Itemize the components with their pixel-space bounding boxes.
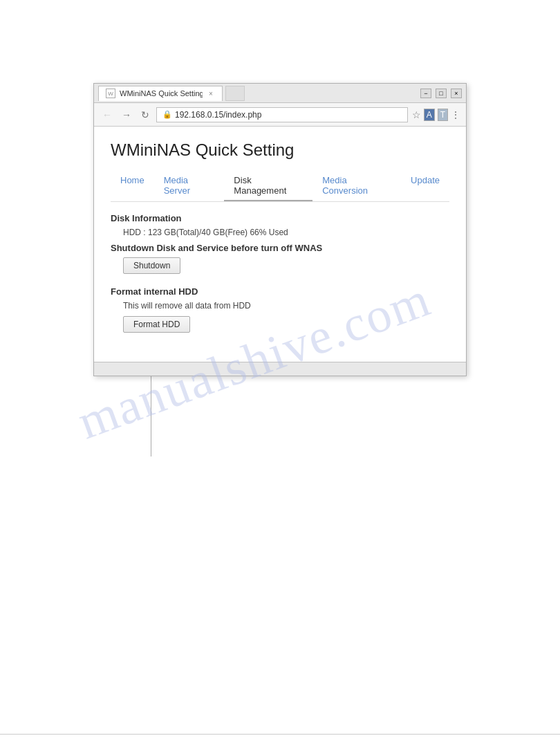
vertical-line	[151, 367, 151, 456]
format-title: Format internal HDD	[111, 286, 449, 297]
page-title: WMiniNAS Quick Setting	[111, 140, 449, 160]
disk-info-section: Disk Information HDD : 123 GB(Total)/40 …	[111, 213, 449, 237]
disk-info-title: Disk Information	[111, 213, 449, 223]
address-actions: ☆ A T ⋮	[412, 109, 460, 121]
tab-media-conversion[interactable]: Media Conversion	[312, 171, 401, 201]
browser-addressbar: ← → ↻ 🔒 192.168.0.15/index.php ☆ A T ⋮	[94, 103, 466, 127]
shutdown-section: Shutdown Disk and Service before turn of…	[111, 243, 449, 284]
nav-tabs: Home Media Server Disk Management Media …	[111, 171, 449, 202]
back-button[interactable]: ←	[100, 108, 115, 122]
minimize-button[interactable]: −	[420, 89, 431, 98]
tab-update[interactable]: Update	[401, 171, 449, 201]
tab-disk-management[interactable]: Disk Management	[224, 171, 312, 201]
tab-home[interactable]: Home	[111, 171, 154, 201]
tab-title: WMiniNAS Quick Setting	[120, 89, 203, 98]
bookmark-icon[interactable]: ☆	[412, 109, 421, 120]
tab-favicon: W	[106, 89, 115, 98]
user-icon[interactable]: A	[424, 109, 435, 121]
shutdown-title: Shutdown Disk and Service before turn of…	[111, 243, 449, 253]
lock-icon: 🔒	[162, 110, 172, 119]
format-hdd-button[interactable]: Format HDD	[123, 316, 190, 333]
titlebar-left: W WMiniNAS Quick Setting ×	[98, 86, 245, 101]
bottom-line	[0, 734, 560, 735]
tab-close-icon[interactable]: ×	[207, 89, 215, 98]
browser-bottombar	[94, 362, 466, 376]
format-section: Format internal HDD This will remove all…	[111, 286, 449, 342]
tab-media-server[interactable]: Media Server	[154, 171, 225, 201]
browser-content: WMiniNAS Quick Setting Home Media Server…	[94, 127, 466, 362]
titlebar-controls: − □ ×	[420, 89, 462, 98]
address-text: 192.168.0.15/index.php	[175, 110, 261, 120]
browser-titlebar: W WMiniNAS Quick Setting × − □ ×	[94, 84, 466, 103]
refresh-button[interactable]: ↻	[138, 108, 152, 122]
format-desc: This will remove all data from HDD	[123, 301, 449, 311]
shutdown-button[interactable]: Shutdown	[123, 257, 180, 274]
extension-icon[interactable]: T	[438, 109, 448, 121]
disk-info-text: HDD : 123 GB(Total)/40 GB(Free) 66% Used	[123, 228, 449, 237]
close-button[interactable]: ×	[451, 89, 462, 98]
new-tab-button[interactable]	[225, 86, 245, 101]
address-bar[interactable]: 🔒 192.168.0.15/index.php	[156, 107, 408, 122]
browser-window: W WMiniNAS Quick Setting × − □ × ← → ↻ 🔒…	[93, 83, 467, 376]
forward-button[interactable]: →	[119, 108, 134, 122]
browser-tab[interactable]: W WMiniNAS Quick Setting ×	[98, 86, 223, 101]
menu-icon[interactable]: ⋮	[451, 109, 460, 120]
maximize-button[interactable]: □	[436, 89, 447, 98]
